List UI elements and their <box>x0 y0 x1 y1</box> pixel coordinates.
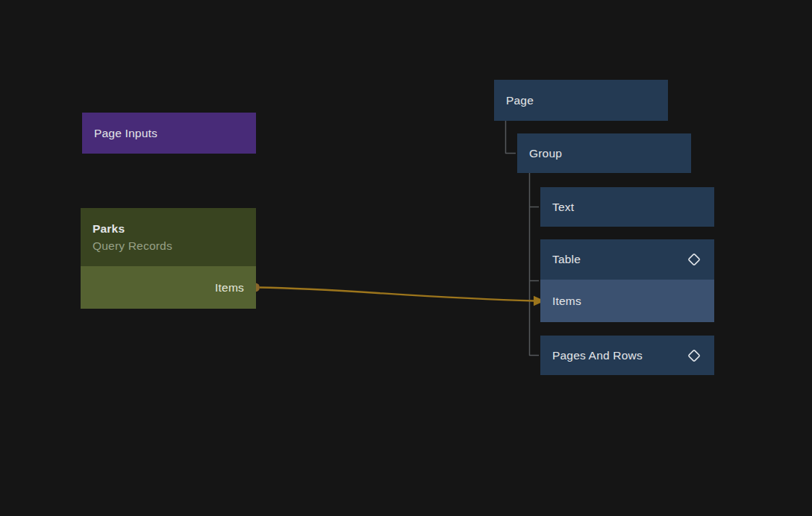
tree-node-group[interactable]: Group <box>517 133 691 173</box>
tree-node-text[interactable]: Text <box>540 187 714 227</box>
tree-line-group-children <box>530 173 540 356</box>
node-parks-subtitle: Query Records <box>93 237 244 254</box>
node-parks-header[interactable]: Parks Query Records <box>81 208 256 266</box>
connection-arrow <box>251 283 545 306</box>
connection-arrow-path <box>260 288 534 301</box>
node-page-inputs[interactable]: Page Inputs <box>82 113 256 154</box>
tree-line-page-group <box>506 121 516 154</box>
tree-node-table[interactable]: Table Items <box>540 239 714 322</box>
diamond-icon <box>686 251 702 268</box>
tree-node-table-label: Table <box>552 253 581 266</box>
tree-node-table-header[interactable]: Table <box>540 239 714 280</box>
tree-node-page[interactable]: Page <box>494 80 668 121</box>
tree-node-group-label: Group <box>529 147 562 160</box>
tree-node-pages-and-rows[interactable]: Pages And Rows <box>540 336 714 375</box>
tree-node-pages-and-rows-label: Pages And Rows <box>552 349 643 362</box>
node-parks-title: Parks <box>93 220 244 237</box>
node-parks-output-row[interactable]: Items <box>81 266 256 309</box>
node-parks[interactable]: Parks Query Records Items <box>81 208 256 309</box>
diamond-icon <box>686 347 702 364</box>
tree-node-text-label: Text <box>552 201 574 214</box>
node-page-inputs-label: Page Inputs <box>94 127 157 140</box>
output-port-label: Items <box>215 281 244 295</box>
tree-node-table-items-label: Items <box>552 295 581 308</box>
tree-node-page-label: Page <box>506 94 534 107</box>
flow-canvas[interactable]: Page Inputs Parks Query Records Items Pa… <box>0 0 812 516</box>
tree-node-table-items-row[interactable]: Items <box>540 280 714 322</box>
